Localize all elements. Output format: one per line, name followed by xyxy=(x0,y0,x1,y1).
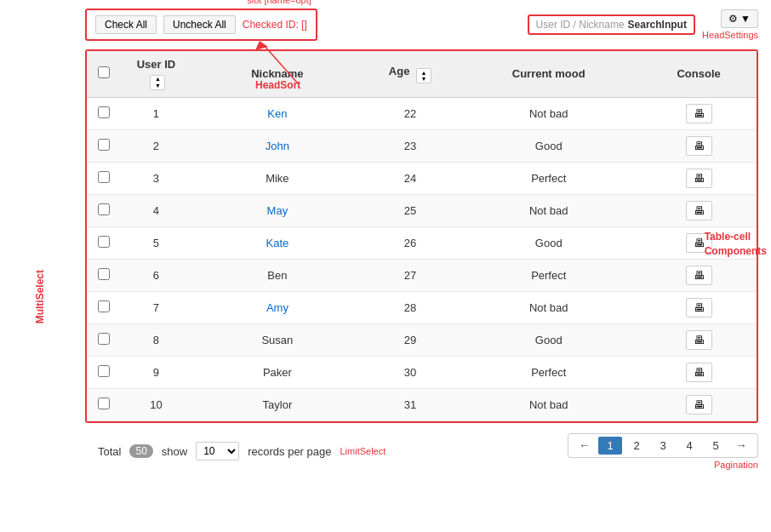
header-checkbox[interactable] xyxy=(98,66,110,78)
header-checkbox-col xyxy=(87,51,122,97)
table-row: 7 Amy 28 Not bad 🖶 xyxy=(87,291,757,323)
row-checkbox-6[interactable] xyxy=(98,268,110,280)
row-checkbox-1[interactable] xyxy=(98,106,110,118)
toolbar-left: slot [name=opt] Check All Uncheck All Ch… xyxy=(85,9,317,41)
table-row: 9 Paker 30 Perfect 🖶 xyxy=(87,356,757,388)
settings-button[interactable]: ⚙ ▼ xyxy=(721,9,758,28)
toolbar: slot [name=opt] Check All Uncheck All Ch… xyxy=(0,0,771,49)
head-settings-label: HeadSettings xyxy=(702,30,758,40)
row-nickname-cell: Taylor xyxy=(191,388,364,420)
total-badge: 50 xyxy=(129,444,152,458)
row-checkbox-cell xyxy=(87,259,122,291)
console-button-2[interactable]: 🖶 xyxy=(686,136,712,156)
console-button-3[interactable]: 🖶 xyxy=(686,169,712,188)
row-checkbox-7[interactable] xyxy=(98,300,110,312)
row-mood-cell: Perfect xyxy=(456,259,641,291)
console-button-9[interactable]: 🖶 xyxy=(686,363,712,382)
row-console-cell: 🖶 xyxy=(641,259,757,291)
row-console-cell: 🖶 xyxy=(641,323,757,356)
row-age-cell: 24 xyxy=(364,162,457,194)
row-age-cell: 26 xyxy=(364,226,457,259)
page-1-button[interactable]: 1 xyxy=(598,437,622,455)
row-id-cell: 5 xyxy=(122,226,191,259)
row-id-cell: 10 xyxy=(122,388,191,420)
row-console-cell: 🖶 xyxy=(641,162,757,194)
next-page-button[interactable]: → xyxy=(730,437,752,454)
headsort-label: HeadSort xyxy=(255,79,300,91)
row-checkbox-2[interactable] xyxy=(98,139,110,151)
row-id-cell: 1 xyxy=(122,97,191,129)
row-age-cell: 31 xyxy=(364,388,457,420)
age-sort-button[interactable]: ▲ ▼ xyxy=(416,68,431,83)
footer: Total 50 show 10 20 50 100 records per p… xyxy=(85,423,771,480)
row-checkbox-cell xyxy=(87,291,122,323)
uncheck-all-button[interactable]: Uncheck All xyxy=(163,15,236,34)
row-age-cell: 29 xyxy=(364,323,457,356)
page-5-button[interactable]: 5 xyxy=(704,437,728,455)
row-id-cell: 6 xyxy=(122,259,191,291)
table-header-row: User ID ▲ ▼ Nickname Age ▲ ▼ xyxy=(87,51,757,97)
row-mood-cell: Good xyxy=(456,226,641,259)
page-3-button[interactable]: 3 xyxy=(651,437,675,455)
console-button-1[interactable]: 🖶 xyxy=(686,104,712,123)
row-console-cell: 🖶 xyxy=(641,226,757,259)
row-checkbox-cell xyxy=(87,226,122,259)
row-id-cell: 2 xyxy=(122,129,191,162)
row-nickname-cell: Mike xyxy=(191,162,364,194)
row-id-cell: 4 xyxy=(122,194,191,226)
row-console-cell: 🖶 xyxy=(641,97,757,129)
limit-select[interactable]: 10 20 50 100 xyxy=(196,442,239,460)
row-nickname-cell: May xyxy=(191,194,364,226)
row-id-cell: 7 xyxy=(122,291,191,323)
table-body: 1 Ken 22 Not bad 🖶 2 John 23 Good 🖶 3 Mi… xyxy=(87,97,757,420)
console-button-8[interactable]: 🖶 xyxy=(686,330,712,350)
console-button-5[interactable]: 🖶 xyxy=(686,233,712,253)
row-checkbox-cell xyxy=(87,356,122,388)
multiselect-annotation: MultiSelect xyxy=(34,270,46,323)
table-row: 10 Taylor 31 Not bad 🖶 xyxy=(87,388,757,420)
row-age-cell: 28 xyxy=(364,291,457,323)
row-mood-cell: Good xyxy=(456,129,641,162)
search-value: SearchInput xyxy=(628,19,687,31)
pagination: ← 1 2 3 4 5 → xyxy=(568,433,758,458)
row-console-cell: 🖶 xyxy=(641,388,757,420)
console-button-4[interactable]: 🖶 xyxy=(686,201,712,220)
pagination-label: Pagination xyxy=(714,460,758,470)
row-checkbox-10[interactable] xyxy=(98,398,110,409)
row-checkbox-9[interactable] xyxy=(98,365,110,377)
row-mood-cell: Perfect xyxy=(456,356,641,388)
table-row: 6 Ben 27 Perfect 🖶 xyxy=(87,259,757,291)
row-nickname-cell: Kate xyxy=(191,226,364,259)
row-checkbox-cell xyxy=(87,162,122,194)
table-row: 2 John 23 Good 🖶 xyxy=(87,129,757,162)
console-button-7[interactable]: 🖶 xyxy=(686,298,712,317)
row-nickname-cell: Ken xyxy=(191,97,364,129)
table-row: 1 Ken 22 Not bad 🖶 xyxy=(87,97,757,129)
row-checkbox-8[interactable] xyxy=(98,333,110,345)
page-4-button[interactable]: 4 xyxy=(677,437,701,455)
gear-icon: ⚙ xyxy=(728,13,738,25)
prev-page-button[interactable]: ← xyxy=(574,437,596,454)
show-label: show xyxy=(162,445,187,458)
row-checkbox-5[interactable] xyxy=(98,236,110,248)
pagination-wrapper: ← 1 2 3 4 5 → Pagination xyxy=(568,433,758,470)
data-table: User ID ▲ ▼ Nickname Age ▲ ▼ xyxy=(85,49,758,423)
console-button-6[interactable]: 🖶 xyxy=(686,266,712,285)
row-mood-cell: Not bad xyxy=(456,388,641,420)
row-mood-cell: Perfect xyxy=(456,162,641,194)
row-age-cell: 22 xyxy=(364,97,457,129)
toolbar-right: User ID / Nickname SearchInput ⚙ ▼ HeadS… xyxy=(528,9,758,40)
row-nickname-cell: Susan xyxy=(191,323,364,356)
row-checkbox-3[interactable] xyxy=(98,171,110,183)
row-console-cell: 🖶 xyxy=(641,129,757,162)
row-id-cell: 9 xyxy=(122,356,191,388)
console-button-10[interactable]: 🖶 xyxy=(686,395,712,415)
row-nickname-cell: Ben xyxy=(191,259,364,291)
row-checkbox-4[interactable] xyxy=(98,203,110,215)
check-all-button[interactable]: Check All xyxy=(95,15,157,34)
row-checkbox-cell xyxy=(87,97,122,129)
limit-select-label: LimitSelect xyxy=(340,446,386,456)
checked-id-label: Checked ID: [] xyxy=(243,19,307,31)
user-id-sort-button[interactable]: ▲ ▼ xyxy=(150,75,165,90)
page-2-button[interactable]: 2 xyxy=(625,437,648,455)
